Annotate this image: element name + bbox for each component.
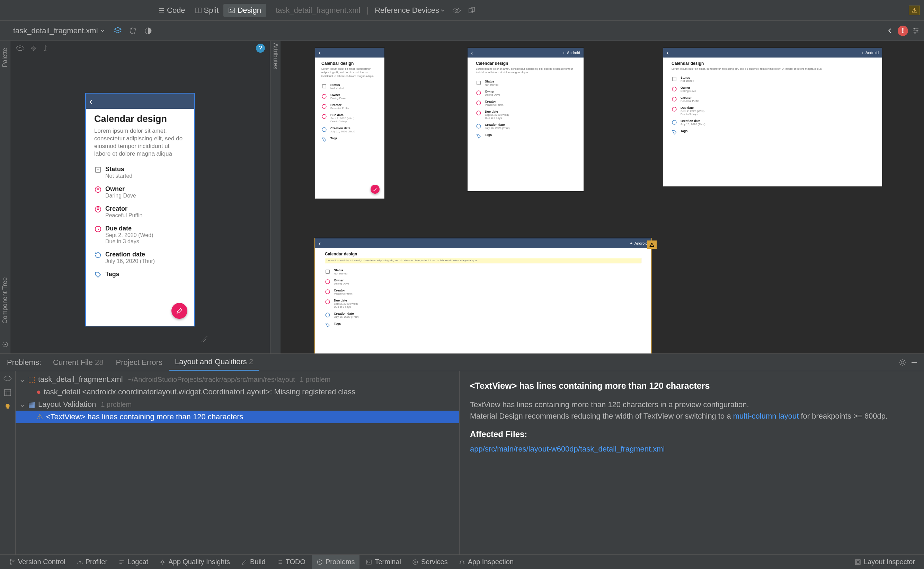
svg-rect-52 <box>856 561 859 563</box>
owner-label: Owner <box>105 186 136 193</box>
problems-tabs: Problems: Current File 28 Project Errors… <box>0 354 924 371</box>
app-bar: ‹ <box>315 48 384 58</box>
view-mode-code[interactable]: Code <box>153 4 190 17</box>
vertical-resize-icon[interactable] <box>42 44 49 52</box>
pan-icon[interactable] <box>30 44 37 52</box>
error-icon: ● <box>36 387 41 396</box>
chevron-left-icon <box>886 27 894 35</box>
tree-warning-node-selected[interactable]: ⚠ <TextView> has lines containing more t… <box>15 411 459 423</box>
device-preview-foldable[interactable]: ‹+Android Calendar design Lorem ipsum do… <box>467 48 584 191</box>
app-bar: ‹+Android <box>663 48 882 58</box>
sb-app-quality[interactable]: App Quality Insights <box>155 555 235 569</box>
resize-grip[interactable] <box>200 333 211 343</box>
breadcrumb: task_detail_fragment.xml | Reference Dev… <box>276 6 476 15</box>
back-arrow-icon: ‹ <box>471 49 473 56</box>
tab-project-errors[interactable]: Project Errors <box>110 354 168 371</box>
lightbulb-icon[interactable] <box>4 403 11 411</box>
tree-validation-group[interactable]: ⌄ ▦ Layout Validation 1 problem <box>15 398 459 411</box>
view-mode-split[interactable]: Split <box>190 4 224 17</box>
logcat-icon <box>118 559 125 565</box>
sb-build[interactable]: Build <box>236 555 270 569</box>
sb-logcat[interactable]: Logcat <box>114 555 153 569</box>
tags-icon <box>322 137 327 142</box>
app-bar: ‹+Android <box>467 48 584 58</box>
design-icon <box>228 7 235 14</box>
minimize-icon[interactable] <box>910 358 918 367</box>
affected-file-link[interactable]: app/src/main/res/layout-w600dp/task_deta… <box>470 444 665 453</box>
svg-rect-7 <box>130 27 136 34</box>
component-tree-tool-button[interactable]: Component Tree <box>2 277 9 324</box>
sb-problems[interactable]: Problems <box>312 555 360 569</box>
svg-rect-6 <box>471 7 475 11</box>
svg-point-38 <box>326 280 330 284</box>
tab-current-file[interactable]: Current File 28 <box>47 354 109 371</box>
target-icon[interactable] <box>2 341 9 348</box>
zoom-fit[interactable] <box>886 27 894 35</box>
creator-label: Creator <box>105 205 142 212</box>
svg-point-11 <box>914 32 916 33</box>
sb-todo[interactable]: TODO <box>272 555 310 569</box>
error-indicator[interactable]: ! <box>898 26 908 36</box>
sb-profiler[interactable]: Profiler <box>72 555 112 569</box>
help-icon[interactable]: ? <box>256 44 265 53</box>
gear-icon[interactable] <box>898 358 907 367</box>
sb-terminal[interactable]: Terminal <box>361 555 406 569</box>
task-description-highlighted: Lorem ipsum dolor sit amet, consectetur … <box>325 258 642 263</box>
warnings-indicator[interactable]: ⚠ <box>909 6 920 15</box>
svg-point-42 <box>901 361 904 364</box>
svg-point-20 <box>97 208 99 210</box>
visibility-icon[interactable] <box>3 374 12 382</box>
pencil-icon <box>176 307 183 314</box>
tree-file-node[interactable]: ⌄ ⬚ task_detail_fragment.xml ~/AndroidSt… <box>15 373 459 386</box>
tab-layout-qualifiers[interactable]: Layout and Qualifiers 2 <box>169 354 259 371</box>
visibility-icon[interactable] <box>452 6 461 14</box>
creation-date-icon <box>322 127 327 132</box>
device-preview-desktop[interactable]: ‹+Android Calendar design Lorem ipsum do… <box>315 239 651 353</box>
device-preview-primary[interactable]: ‹ Calendar design Lorem ipsum dolor sit … <box>86 94 194 326</box>
svg-point-36 <box>672 120 677 125</box>
attributes-tool-button[interactable]: Attributes <box>272 43 279 69</box>
multi-column-link[interactable]: multi-column layout <box>733 412 799 420</box>
hammer-icon <box>241 559 247 565</box>
view-mode-design[interactable]: Design <box>223 4 266 17</box>
checklist-icon <box>277 559 283 565</box>
tree-error-node[interactable]: ● task_detail <androidx.coordinatorlayou… <box>15 386 459 398</box>
settings-sliders-icon[interactable] <box>912 27 920 35</box>
sb-version-control[interactable]: Version Control <box>4 555 70 569</box>
app-bar: ‹+Android <box>315 239 651 248</box>
edit-fab[interactable] <box>370 185 379 194</box>
sb-app-inspection[interactable]: App Inspection <box>454 555 519 569</box>
svg-point-16 <box>97 169 99 171</box>
svg-rect-1 <box>199 8 201 13</box>
chevron-down-icon <box>100 29 105 33</box>
sb-layout-inspector[interactable]: Layout Inspector <box>850 558 920 566</box>
validation-icon: ▦ <box>28 400 35 409</box>
svg-point-13 <box>5 344 6 345</box>
status-label: Status <box>105 166 132 173</box>
palette-tool-button[interactable]: Palette <box>2 48 9 67</box>
svg-point-4 <box>456 9 458 11</box>
tags-icon <box>94 271 102 278</box>
view-mode-design-label: Design <box>237 6 261 15</box>
file-tab[interactable]: task_detail_fragment.xml <box>13 26 105 35</box>
svg-point-3 <box>230 9 231 10</box>
sb-services[interactable]: Services <box>407 555 453 569</box>
device-preview-tablet[interactable]: ‹+Android Calendar design Lorem ipsum do… <box>663 48 882 186</box>
problems-tree[interactable]: ⌄ ⬚ task_detail_fragment.xml ~/AndroidSt… <box>15 371 460 554</box>
layout-icon[interactable] <box>3 388 12 397</box>
breadcrumb-reference-devices[interactable]: Reference Devices <box>375 6 445 15</box>
duplicate-icon[interactable] <box>467 6 476 14</box>
due-date-icon <box>94 225 102 233</box>
edit-fab[interactable] <box>171 303 187 319</box>
back-arrow-icon: ‹ <box>90 96 93 107</box>
problems-rail <box>0 371 15 554</box>
layers-toggle[interactable] <box>112 25 124 37</box>
warning-badge[interactable]: ⚠ <box>647 240 657 249</box>
night-mode-toggle[interactable] <box>142 25 154 37</box>
preview-surface[interactable]: ‹ Calendar design Lorem ipsum dolor sit … <box>281 41 924 353</box>
layout-inspector-icon <box>855 559 861 565</box>
design-canvas[interactable]: ‹ Calendar design Lorem ipsum dolor sit … <box>11 55 270 353</box>
visibility-icon[interactable] <box>15 44 25 52</box>
orientation-toggle[interactable] <box>127 25 139 37</box>
device-preview-phone[interactable]: ‹ Calendar design Lorem ipsum dolor sit … <box>315 48 384 199</box>
